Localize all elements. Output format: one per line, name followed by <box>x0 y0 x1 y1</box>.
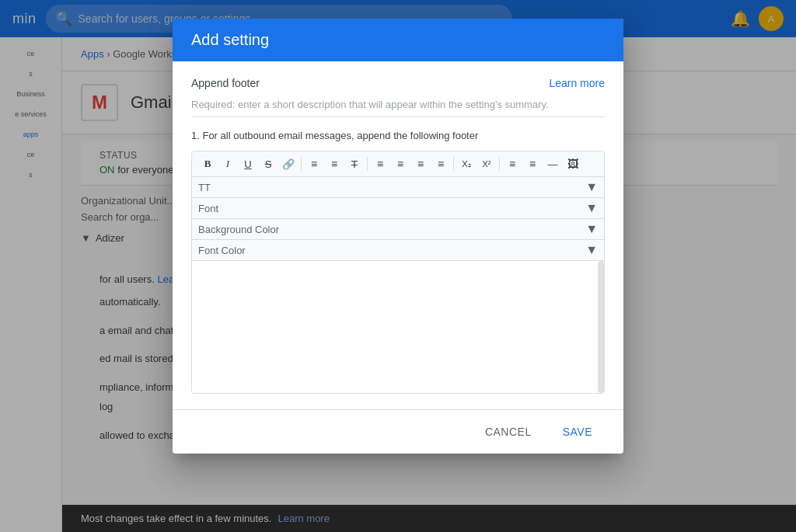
font-arrow: ▼ <box>585 201 598 215</box>
underline-button[interactable]: U <box>239 155 257 173</box>
cancel-button[interactable]: CANCEL <box>473 419 544 444</box>
modal-overlay: Add setting Append footer Learn more Req… <box>0 0 796 532</box>
superscript-button[interactable]: X² <box>477 155 496 173</box>
indent-button[interactable]: ≡ <box>503 155 522 173</box>
dialog-description: Required: enter a short description that… <box>191 92 605 117</box>
learn-more-link[interactable]: Learn more <box>549 77 605 89</box>
font-size-row[interactable]: TT ▼ <box>192 177 604 198</box>
toolbar-divider2 <box>367 157 368 171</box>
ordered-list-button[interactable]: ≡ <box>305 155 323 173</box>
toolbar-divider4 <box>499 157 500 171</box>
toolbar-divider3 <box>453 157 454 171</box>
editor-scrollbar[interactable] <box>598 261 604 393</box>
bg-color-arrow: ▼ <box>585 222 598 236</box>
dialog-header: Add setting <box>173 19 623 61</box>
section-title: Append footer <box>191 77 260 89</box>
bg-color-label: Background Color <box>198 224 279 235</box>
italic-button[interactable]: I <box>218 155 237 173</box>
strikethrough-button[interactable]: S <box>259 155 278 173</box>
bold-button[interactable]: B <box>198 155 217 173</box>
font-label: Font <box>198 203 218 214</box>
format-clear-button[interactable]: T̶ <box>345 155 364 173</box>
align-left-button[interactable]: ≡ <box>371 155 389 173</box>
dialog: Add setting Append footer Learn more Req… <box>173 19 623 454</box>
font-size-arrow: ▼ <box>585 180 598 194</box>
font-color-arrow: ▼ <box>585 243 598 257</box>
align-justify-button[interactable]: ≡ <box>431 155 450 173</box>
font-size-label: TT <box>198 182 211 193</box>
toolbar-divider1 <box>301 157 302 171</box>
font-color-label: Font Color <box>198 245 246 256</box>
link-button[interactable]: 🔗 <box>279 155 298 173</box>
editor-container: B I U S 🔗 ≡ ≡ T̶ ≡ ≡ ≡ ≡ X₂ X² <box>191 151 605 394</box>
align-center-button[interactable]: ≡ <box>391 155 410 173</box>
section-instruction: 1. For all outbound email messages, appe… <box>191 130 605 141</box>
font-row[interactable]: Font ▼ <box>192 198 604 219</box>
dialog-body: Append footer Learn more Required: enter… <box>173 61 623 409</box>
image-button[interactable]: 🖼 <box>564 155 582 173</box>
bg-color-row[interactable]: Background Color ▼ <box>192 219 604 240</box>
outdent-button[interactable]: ≡ <box>523 155 542 173</box>
editor-toolbar: B I U S 🔗 ≡ ≡ T̶ ≡ ≡ ≡ ≡ X₂ X² <box>192 151 604 177</box>
align-right-button[interactable]: ≡ <box>411 155 430 173</box>
font-color-row[interactable]: Font Color ▼ <box>192 240 604 261</box>
unordered-list-button[interactable]: ≡ <box>325 155 344 173</box>
subscript-button[interactable]: X₂ <box>457 155 476 173</box>
editor-wrapper <box>192 261 604 393</box>
hr-button[interactable]: — <box>543 155 562 173</box>
dialog-footer: CANCEL SAVE <box>173 409 623 454</box>
editor-area[interactable] <box>192 261 604 393</box>
section-title-row: Append footer Learn more <box>191 77 605 89</box>
save-button[interactable]: SAVE <box>550 419 605 444</box>
dialog-title: Add setting <box>191 31 605 49</box>
